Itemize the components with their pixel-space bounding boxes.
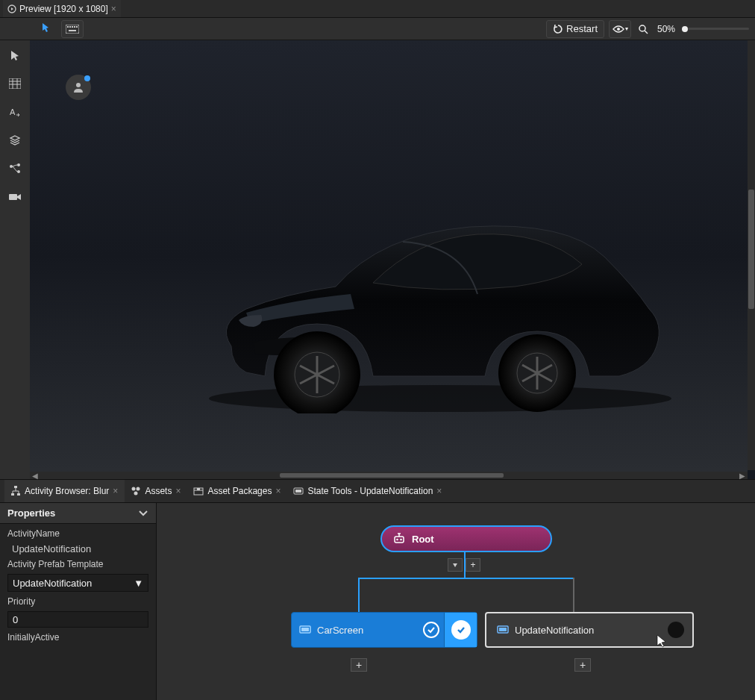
tab-activity-browser[interactable]: Activity Browser: Blur ×	[4, 480, 125, 502]
robot-icon	[392, 532, 406, 546]
activity-name-value: UpdateNotification	[7, 543, 148, 554]
zoom-search-button[interactable]	[636, 20, 651, 38]
restart-button[interactable]: Restart	[546, 20, 604, 38]
horizontal-scrollbar[interactable]: ◀ ▶	[30, 472, 748, 479]
top-tab-bar: Preview [1920 x 1080] ×	[0, 0, 755, 18]
triangle-icon	[451, 561, 459, 569]
close-icon[interactable]: ×	[175, 486, 181, 496]
svg-point-8	[617, 28, 620, 31]
properties-title: Properties	[7, 507, 55, 519]
keyboard-button[interactable]	[61, 20, 84, 38]
svg-point-34	[400, 539, 402, 541]
tab-state-tools[interactable]: State Tools - UpdateNotification ×	[287, 480, 448, 502]
svg-rect-31	[295, 490, 301, 493]
root-node-label: Root	[412, 534, 434, 545]
check-badge	[423, 622, 439, 638]
restart-icon	[553, 24, 563, 34]
add-child-button[interactable]: +	[351, 658, 367, 672]
play-icon	[7, 4, 16, 13]
carscreen-active-indicator[interactable]	[444, 613, 477, 647]
add-child-chip[interactable]: +	[466, 558, 480, 572]
chevron-down-icon[interactable]	[138, 510, 148, 517]
root-node[interactable]: Root	[380, 525, 552, 552]
tab-label: State Tools - UpdateNotification	[307, 486, 433, 496]
car-model	[201, 175, 679, 413]
left-toolbar: A	[0, 40, 30, 479]
magnifier-icon	[638, 24, 648, 34]
svg-rect-2	[67, 26, 69, 28]
grid-tool[interactable]	[4, 73, 25, 94]
scroll-left-arrow[interactable]: ◀	[30, 472, 40, 480]
camera-tool[interactable]	[4, 187, 25, 207]
close-icon[interactable]: ×	[436, 486, 442, 496]
properties-header[interactable]: Properties	[0, 503, 156, 524]
link-line	[464, 552, 466, 578]
svg-rect-6	[76, 26, 78, 28]
priority-input[interactable]	[7, 611, 148, 628]
tab-assets[interactable]: Assets ×	[125, 480, 187, 502]
svg-rect-15	[9, 194, 17, 200]
carscreen-node[interactable]: CarScreen	[291, 612, 477, 648]
visibility-button[interactable]: ▾	[609, 20, 631, 38]
scrollbar-thumb[interactable]	[280, 473, 504, 478]
svg-rect-5	[74, 26, 75, 28]
svg-point-27	[134, 492, 138, 496]
layers-tool[interactable]	[4, 130, 25, 151]
check-icon	[456, 625, 466, 635]
svg-rect-4	[72, 26, 73, 28]
svg-point-9	[639, 25, 645, 31]
state-dot	[668, 622, 684, 638]
dropdown-chevron-icon: ▼	[134, 578, 143, 589]
scrollbar-thumb[interactable]	[748, 190, 754, 309]
svg-point-14	[17, 170, 20, 173]
svg-text:A: A	[10, 107, 16, 116]
user-avatar[interactable]	[66, 75, 91, 100]
slider-track	[688, 28, 749, 30]
preview-viewport[interactable]	[30, 40, 748, 472]
preview-tab[interactable]: Preview [1920 x 1080] ×	[3, 0, 121, 17]
close-icon[interactable]: ×	[113, 486, 118, 496]
preview-toolbar: Restart ▾ 50%	[0, 18, 755, 40]
svg-rect-36	[301, 628, 309, 631]
text-transform-tool[interactable]: A	[4, 101, 25, 122]
svg-point-13	[17, 163, 20, 166]
close-icon[interactable]: ×	[275, 486, 281, 496]
link-line	[358, 578, 360, 612]
scroll-right-arrow[interactable]: ▶	[737, 472, 748, 480]
svg-rect-32	[395, 537, 404, 543]
updatenotification-label: UpdateNotification	[515, 625, 594, 636]
flow-tool[interactable]	[4, 158, 25, 179]
svg-rect-7	[69, 30, 76, 31]
prefab-template-value: UpdateNotification	[13, 578, 92, 589]
touch-pointer-icon[interactable]	[34, 20, 57, 38]
preview-tab-label: Preview [1920 x 1080]	[19, 4, 108, 14]
activity-graph[interactable]: Root + CarScreen UpdateNotification	[157, 503, 755, 700]
collapse-chip[interactable]	[448, 558, 463, 572]
restart-label: Restart	[566, 23, 598, 34]
screen-icon	[299, 625, 311, 635]
close-icon[interactable]: ×	[111, 4, 116, 14]
add-child-button[interactable]: +	[574, 658, 591, 672]
select-tool[interactable]	[4, 45, 25, 66]
carscreen-label: CarScreen	[317, 625, 363, 636]
activity-name-label: ActivityName	[7, 528, 148, 539]
vertical-scrollbar[interactable]	[748, 40, 755, 470]
svg-point-26	[137, 487, 140, 491]
prefab-template-select[interactable]: UpdateNotification ▼	[7, 574, 148, 592]
svg-point-25	[132, 487, 136, 491]
package-icon	[193, 486, 204, 496]
lower-tab-bar: Activity Browser: Blur × Assets × Asset …	[0, 479, 755, 503]
svg-point-12	[10, 165, 13, 168]
svg-point-33	[396, 539, 398, 541]
zoom-level: 50%	[655, 24, 677, 34]
svg-rect-3	[69, 26, 71, 28]
svg-rect-29	[197, 488, 200, 490]
slider-handle[interactable]	[682, 26, 688, 32]
tab-label: Assets	[145, 486, 172, 496]
zoom-slider[interactable]	[682, 26, 749, 32]
eye-icon	[613, 25, 624, 34]
tab-label: Activity Browser: Blur	[25, 486, 109, 496]
screen-icon	[497, 625, 509, 635]
activity-editor-panel: AUTO Properties ActivityName UpdateNotif…	[0, 503, 755, 700]
tab-asset-packages[interactable]: Asset Packages ×	[187, 480, 287, 502]
